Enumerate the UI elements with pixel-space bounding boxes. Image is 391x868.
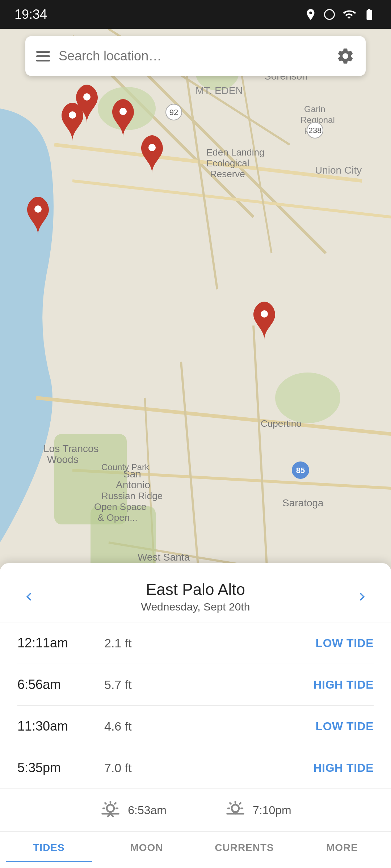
svg-line-60 xyxy=(115,803,116,804)
svg-text:Antonio: Antonio xyxy=(116,479,150,490)
location-icon xyxy=(304,8,317,21)
svg-text:85: 85 xyxy=(296,466,305,475)
svg-text:Russian Ridge: Russian Ridge xyxy=(101,490,163,501)
dnd-icon xyxy=(323,8,336,21)
tide-height: 7.0 ft xyxy=(104,761,306,775)
tab-tides[interactable]: TIDES xyxy=(0,833,98,861)
tide-time: 11:30am xyxy=(17,719,97,734)
svg-text:Eden Landing: Eden Landing xyxy=(206,147,264,158)
sunset-icon xyxy=(224,799,246,821)
sun-times: 6:53am 7:10pm xyxy=(0,788,391,831)
search-bar xyxy=(25,36,366,76)
tab-more-label: MORE xyxy=(326,842,358,854)
tide-height: 2.1 ft xyxy=(104,636,308,650)
svg-text:Union City: Union City xyxy=(315,165,362,176)
tide-height: 4.6 ft xyxy=(104,719,308,733)
svg-point-58 xyxy=(107,805,114,812)
tab-tides-label: TIDES xyxy=(33,842,64,854)
svg-point-38 xyxy=(261,310,268,318)
menu-icon[interactable] xyxy=(36,51,50,61)
sunset-time: 7:10pm xyxy=(253,804,291,817)
search-input[interactable] xyxy=(59,48,327,64)
tide-type: LOW TIDE xyxy=(316,637,374,650)
status-time: 19:34 xyxy=(14,7,47,22)
wifi-icon xyxy=(342,8,356,21)
tide-type: HIGH TIDE xyxy=(314,678,374,692)
svg-point-34 xyxy=(119,108,127,115)
svg-text:MT. EDEN: MT. EDEN xyxy=(196,85,243,96)
sunset-item: 7:10pm xyxy=(224,799,291,821)
tide-row: 6:56am 5.7 ft HIGH TIDE xyxy=(17,664,374,706)
bottom-tabs: TIDES MOON CURRENTS MORE xyxy=(0,831,391,861)
tide-type: LOW TIDE xyxy=(316,720,374,733)
svg-text:West Santa: West Santa xyxy=(138,552,190,563)
prev-day-button[interactable] xyxy=(17,585,41,608)
bottom-panel: East Palo Alto Wednesday, Sept 20th 12:1… xyxy=(0,563,391,868)
tide-time: 5:35pm xyxy=(17,760,97,775)
location-date: Wednesday, Sept 20th xyxy=(141,601,250,613)
sunrise-item: 6:53am xyxy=(100,799,167,821)
svg-point-33 xyxy=(83,93,91,101)
svg-line-63 xyxy=(105,803,106,804)
tide-row: 11:30am 4.6 ft LOW TIDE xyxy=(17,706,374,747)
svg-point-36 xyxy=(148,144,156,151)
svg-point-19 xyxy=(275,373,340,423)
tide-type: HIGH TIDE xyxy=(314,761,374,775)
svg-line-70 xyxy=(230,803,231,804)
sunrise-time: 6:53am xyxy=(128,804,167,817)
svg-text:Garin: Garin xyxy=(304,104,325,114)
tide-row: 12:11am 2.1 ft LOW TIDE xyxy=(17,622,374,664)
svg-text:Open Space: Open Space xyxy=(94,501,147,512)
tide-row: 5:35pm 7.0 ft HIGH TIDE xyxy=(17,747,374,788)
sunrise-icon xyxy=(100,799,121,821)
svg-text:Reserve: Reserve xyxy=(210,169,245,179)
status-icons xyxy=(304,8,377,21)
svg-text:County Park: County Park xyxy=(101,462,150,472)
svg-text:Ecological: Ecological xyxy=(206,158,249,169)
settings-icon[interactable] xyxy=(336,47,355,65)
svg-text:Los Trancos: Los Trancos xyxy=(43,443,99,454)
svg-text:92: 92 xyxy=(169,108,178,117)
panel-header: East Palo Alto Wednesday, Sept 20th xyxy=(0,563,391,622)
tab-moon-label: MOON xyxy=(130,842,163,854)
svg-point-37 xyxy=(34,205,42,213)
svg-text:Woods: Woods xyxy=(47,454,79,465)
svg-text:Saratoga: Saratoga xyxy=(282,497,324,509)
location-info: East Palo Alto Wednesday, Sept 20th xyxy=(141,580,250,613)
tide-height: 5.7 ft xyxy=(104,678,306,692)
svg-text:Cupertino: Cupertino xyxy=(261,418,302,429)
tab-moon[interactable]: MOON xyxy=(98,833,196,861)
next-day-button[interactable] xyxy=(350,585,374,608)
tab-more[interactable]: MORE xyxy=(293,833,391,861)
tide-time: 6:56am xyxy=(17,677,97,692)
svg-line-67 xyxy=(240,803,241,804)
tide-entries: 12:11am 2.1 ft LOW TIDE 6:56am 5.7 ft HI… xyxy=(0,622,391,788)
tab-currents-label: CURRENTS xyxy=(215,842,274,854)
tab-currents[interactable]: CURRENTS xyxy=(196,833,293,861)
status-bar: 19:34 xyxy=(0,0,391,29)
battery-icon xyxy=(362,8,377,21)
svg-point-35 xyxy=(69,111,76,119)
tide-time: 12:11am xyxy=(17,635,97,651)
location-name: East Palo Alto xyxy=(141,580,250,599)
svg-text:238: 238 xyxy=(308,126,322,135)
svg-text:& Open...: & Open... xyxy=(98,512,138,523)
